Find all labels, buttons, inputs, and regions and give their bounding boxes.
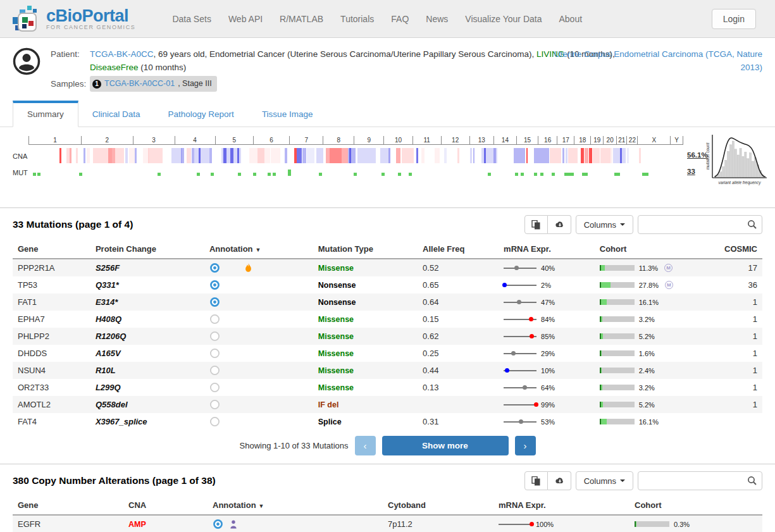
cohort-widget: 5.2% [600, 333, 714, 340]
oncokb-unknown-icon[interactable] [209, 331, 220, 342]
mutation-mark [488, 173, 491, 176]
nav-item[interactable]: Visualize Your Data [465, 14, 542, 24]
column-header-mutation-type[interactable]: Mutation Type [313, 240, 418, 259]
mrna-expr-cell: 53% [499, 413, 595, 430]
column-header-label: Gene [18, 244, 39, 254]
cohort-value: 5.2% [639, 401, 655, 409]
show-more-button[interactable]: Show more [382, 436, 509, 455]
cohort-value: 0.3% [674, 521, 690, 528]
oncokb-unknown-icon[interactable] [209, 382, 220, 393]
mutsig-badge[interactable]: M [664, 264, 673, 272]
brand[interactable]: cBioPortal FOR CANCER GENOMICS [11, 5, 135, 33]
oncokb-oncogenic-icon[interactable] [209, 297, 220, 307]
allele-freq-cell: 0.13 [418, 379, 499, 396]
download-button[interactable] [548, 215, 571, 234]
mycancergenome-icon[interactable] [230, 520, 237, 529]
brand-title[interactable]: cBioPortal [46, 8, 135, 24]
column-header-cna[interactable]: CNA [123, 496, 208, 515]
columns-button[interactable]: Columns [576, 471, 633, 490]
column-header-cohort[interactable]: Cohort [595, 240, 719, 259]
protein-change-cell: H408Q [90, 311, 204, 328]
cohort-bar [635, 521, 669, 527]
nav-item[interactable]: FAQ [391, 14, 409, 24]
oncokb-oncogenic-icon[interactable] [209, 263, 220, 273]
cna-segment [316, 148, 323, 163]
oncokb-oncogenic-icon[interactable] [209, 280, 220, 290]
column-header-protein-change[interactable]: Protein Change [90, 240, 204, 259]
patient-id-link[interactable]: TCGA-BK-A0CC [90, 49, 154, 59]
cohort-altered-fill [601, 350, 602, 356]
oncokb-unknown-icon[interactable] [209, 399, 220, 410]
mutsig-badge[interactable]: M [665, 281, 673, 289]
nav-item[interactable]: Web API [228, 14, 263, 24]
tab-pathology-report[interactable]: Pathology Report [154, 102, 248, 127]
protein-change-cell: R1206Q [90, 328, 204, 345]
prev-page-button[interactable]: ‹ [355, 436, 376, 455]
mutation-mark [381, 173, 385, 176]
mutation-mark [398, 173, 401, 176]
login-button[interactable]: Login [712, 9, 756, 29]
nav-item[interactable]: Data Sets [172, 14, 211, 24]
tab-tissue-image[interactable]: Tissue Image [248, 102, 327, 127]
column-header-cytoband[interactable]: Cytoband [383, 496, 493, 515]
mrna-expr-value: 40% [541, 264, 555, 272]
mutation-row: FAT1E314*Nonsense0.6447%16.1%1 [13, 294, 762, 311]
tab-summary[interactable]: Summary [13, 101, 78, 127]
mutation-count-link[interactable]: 33 [687, 168, 695, 175]
column-header-label: Protein Change [96, 244, 156, 254]
sample-id-link[interactable]: TCGA-BK-A0CC-01 [104, 77, 175, 90]
column-header-mrna-expr-[interactable]: mRNA Expr. [493, 496, 629, 515]
next-page-button[interactable]: › [515, 436, 536, 455]
paging-text: Showing 1-10 of 33 Mutations [240, 441, 349, 450]
nav-item[interactable]: News [426, 14, 448, 24]
mutation-mark [645, 173, 648, 176]
svg-text:variant allele frequency: variant allele frequency [719, 180, 762, 185]
study-link[interactable]: Uterine Corpus Endometrial Carcinoma (TC… [544, 47, 762, 74]
column-header-gene[interactable]: Gene [13, 496, 123, 515]
tab-clinical-data[interactable]: Clinical Data [78, 102, 154, 127]
download-button[interactable] [548, 471, 571, 490]
cna-segment [473, 148, 474, 163]
cna-search-input[interactable] [638, 471, 762, 490]
caret-down-icon [620, 223, 625, 226]
column-header-allele-freq[interactable]: Allele Freq [418, 240, 499, 259]
nav-item[interactable]: About [559, 14, 582, 24]
columns-button[interactable]: Columns [576, 215, 633, 234]
protein-change: A165V [96, 349, 121, 358]
oncokb-unknown-icon[interactable] [209, 348, 220, 359]
oncokb-unknown-icon[interactable] [209, 365, 220, 376]
cna-track-label: CNA [13, 152, 27, 160]
mutation-mark [288, 170, 291, 176]
hotspot-flame-icon[interactable] [244, 263, 252, 273]
column-header-cohort[interactable]: Cohort [629, 496, 762, 515]
annotation-cell [204, 294, 313, 311]
protein-change-cell: A165V [90, 345, 204, 362]
mrna-expr-line [504, 368, 536, 373]
chromosome-label: X [638, 136, 671, 145]
column-header-gene[interactable]: Gene [13, 240, 90, 259]
gene-cell: EGFR [13, 515, 123, 532]
nav-item[interactable]: Tutorials [340, 14, 374, 24]
mrna-expr-value: 99% [541, 401, 555, 409]
mutation-mark [521, 173, 524, 176]
column-header-annotation[interactable]: Annotation▼ [208, 496, 383, 515]
mutations-search-input[interactable] [638, 215, 762, 234]
cna-segment [181, 148, 184, 163]
oncokb-unknown-icon[interactable] [209, 314, 220, 325]
column-header-cosmic[interactable]: COSMIC [719, 240, 762, 259]
column-header-annotation[interactable]: Annotation▼ [204, 240, 313, 259]
mrna-expr-cell: 47% [499, 294, 595, 311]
mutation-type-cell: IF del [313, 396, 418, 413]
oncokb-oncogenic-icon[interactable] [213, 519, 223, 529]
column-header-mrna-expr-[interactable]: mRNA Expr. [499, 240, 595, 259]
copy-button[interactable] [524, 215, 548, 234]
search-icon [747, 220, 757, 230]
mutation-row: PHLPP2R1206QMissense0.6285%5.2%1 [13, 328, 762, 345]
cohort-cell: 2.4% [595, 362, 719, 379]
cohort-altered-fill [601, 419, 607, 424]
copy-button[interactable] [524, 471, 548, 490]
oncokb-unknown-icon[interactable] [209, 416, 220, 427]
cohort-value: 3.2% [639, 316, 655, 323]
mutation-type: Missense [318, 315, 354, 324]
nav-item[interactable]: R/MATLAB [280, 14, 323, 24]
